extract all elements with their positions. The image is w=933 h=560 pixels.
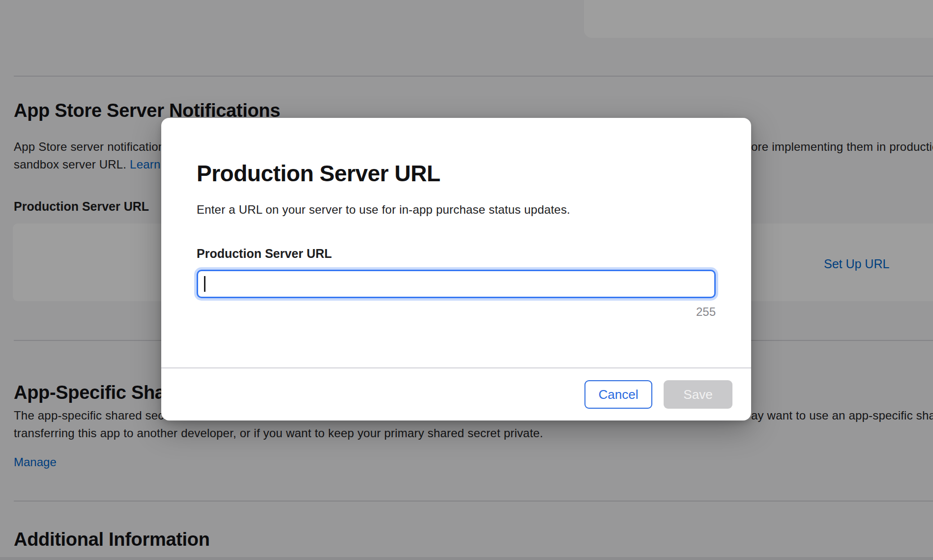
production-server-url-input[interactable] bbox=[197, 270, 716, 298]
cancel-button[interactable]: Cancel bbox=[584, 380, 652, 409]
dialog-description: Enter a URL on your server to use for in… bbox=[197, 201, 570, 218]
character-count: 255 bbox=[696, 305, 716, 319]
text-caret bbox=[204, 276, 205, 292]
dialog-title: Production Server URL bbox=[197, 160, 440, 187]
url-field-label: Production Server URL bbox=[197, 246, 332, 261]
app-store-connect-page: App Store Server Notifications App Store… bbox=[0, 0, 933, 560]
footer-divider bbox=[161, 367, 751, 368]
save-button[interactable]: Save bbox=[664, 380, 732, 409]
production-server-url-dialog: Production Server URL Enter a URL on you… bbox=[161, 118, 751, 420]
